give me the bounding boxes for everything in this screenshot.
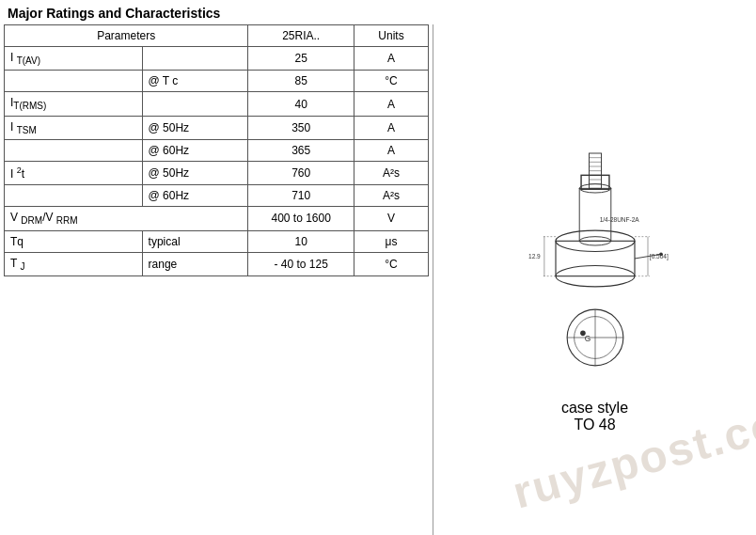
value-cell: 400 to 1600 (248, 207, 354, 230)
value-cell: 760 (248, 162, 354, 185)
header-units: Units (354, 25, 429, 47)
param-cell: I 2t (5, 162, 143, 185)
diagram-section: G 12.9 [0.504] 1/4-28UNF-2A case style T… (433, 24, 756, 535)
units-cell: A²s (354, 185, 429, 207)
value-cell: 710 (248, 185, 354, 207)
svg-point-22 (580, 330, 586, 336)
condition-cell: range (142, 252, 248, 275)
condition-cell: @ 60Hz (142, 140, 248, 162)
condition-cell (142, 47, 248, 71)
units-cell: A (354, 47, 429, 71)
units-cell: μs (354, 230, 429, 252)
param-sub: T(RMS) (13, 102, 46, 112)
table-row: @ 60Hz 710 A²s (5, 185, 429, 207)
table-row: @ 60Hz 365 A (5, 140, 429, 162)
value-cell: 350 (248, 116, 354, 139)
table-row: IT(RMS) 40 A (5, 92, 429, 116)
value-cell: 40 (248, 92, 354, 116)
table-row: @ T c 85 °C (5, 71, 429, 92)
value-cell: 10 (248, 230, 354, 252)
condition-cell: @ 50Hz (142, 162, 248, 185)
svg-text:1/4-28UNF-2A: 1/4-28UNF-2A (599, 215, 639, 222)
component-diagram: G 12.9 [0.504] 1/4-28UNF-2A (501, 127, 689, 390)
table-row: I 2t @ 50Hz 760 A²s (5, 162, 429, 185)
param-cell (5, 185, 143, 207)
value-cell: 25 (248, 47, 354, 71)
param-sub2: RRM (56, 216, 78, 227)
case-style-label: case style TO 48 (561, 400, 628, 433)
value-cell: 365 (248, 140, 354, 162)
ratings-table: Parameters 25RIA.. Units I T(AV) 25 A @ … (4, 24, 429, 276)
units-cell: °C (354, 252, 429, 275)
param-sub: DRM (21, 216, 42, 227)
condition-cell: @ 60Hz (142, 185, 248, 207)
param-cell: I T(AV) (5, 47, 143, 71)
param-sub: T(AV) (17, 55, 40, 66)
svg-rect-1 (579, 188, 611, 241)
param-sup: 2 (17, 165, 22, 175)
condition-cell (142, 92, 248, 116)
units-cell: V (354, 207, 429, 230)
units-cell: A²s (354, 162, 429, 185)
table-row: Tq typical 10 μs (5, 230, 429, 252)
svg-text:[0.504]: [0.504] (649, 253, 668, 260)
param-cell: IT(RMS) (5, 92, 143, 116)
param-cell: Tq (5, 230, 143, 252)
units-cell: A (354, 92, 429, 116)
svg-rect-13 (556, 241, 635, 275)
svg-text:G: G (584, 333, 591, 342)
header-value: 25RIA.. (248, 25, 354, 47)
units-cell: A (354, 116, 429, 139)
param-cell (5, 140, 143, 162)
param-cell: I TSM (5, 116, 143, 139)
param-cell: T J (5, 252, 143, 275)
watermark: ruyzpost.com (508, 386, 756, 518)
value-cell: - 40 to 125 (248, 252, 354, 275)
units-cell: A (354, 140, 429, 162)
value-cell: 85 (248, 71, 354, 92)
svg-rect-11 (581, 175, 609, 189)
table-row: I T(AV) 25 A (5, 47, 429, 71)
ratings-table-section: Parameters 25RIA.. Units I T(AV) 25 A @ … (0, 24, 433, 535)
table-header-row: Parameters 25RIA.. Units (5, 25, 429, 47)
param-cell: V DRM/V RRM (5, 207, 248, 230)
param-sub: TSM (17, 125, 37, 135)
table-row: I TSM @ 50Hz 350 A (5, 116, 429, 139)
condition-cell: typical (142, 230, 248, 252)
units-cell: °C (354, 71, 429, 92)
case-style-text2: TO 48 (561, 417, 628, 433)
param-cell (5, 71, 143, 92)
param-sub: J (20, 261, 24, 272)
svg-text:12.9: 12.9 (528, 253, 541, 260)
table-row: T J range - 40 to 125 °C (5, 252, 429, 275)
case-style-text1: case style (561, 400, 628, 417)
table-row: V DRM/V RRM 400 to 1600 V (5, 207, 429, 230)
condition-cell: @ 50Hz (142, 116, 248, 139)
page-title: Major Ratings and Characteristics (0, 0, 756, 24)
header-param: Parameters (5, 25, 248, 47)
condition-cell: @ T c (142, 71, 248, 92)
